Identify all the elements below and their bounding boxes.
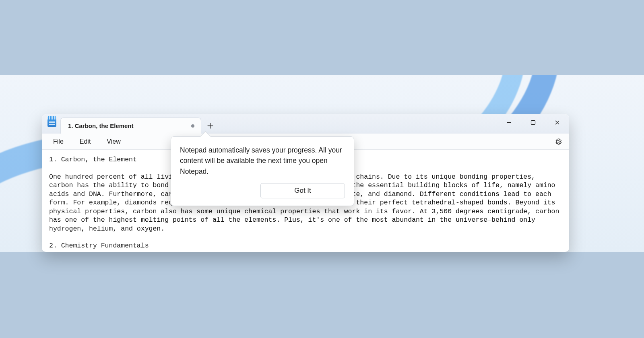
menu-view[interactable]: View <box>99 136 128 148</box>
menu-edit[interactable]: Edit <box>72 136 98 148</box>
notepad-app-icon <box>47 116 56 127</box>
close-icon <box>555 120 560 125</box>
got-it-button[interactable]: Got It <box>260 183 345 198</box>
minimize-button[interactable] <box>497 114 521 130</box>
window-controls <box>497 114 569 130</box>
new-tab-button[interactable] <box>201 117 219 134</box>
svg-rect-0 <box>531 120 535 124</box>
document-tab[interactable]: 1. Carbon, the Element <box>60 117 201 134</box>
titlebar: 1. Carbon, the Element <box>42 114 569 134</box>
minimize-icon <box>506 120 512 125</box>
settings-button[interactable] <box>552 136 564 147</box>
autosave-tooltip: Notepad automatically saves your progres… <box>171 136 354 206</box>
unsaved-indicator-icon <box>191 124 194 128</box>
gear-icon <box>553 137 562 146</box>
maximize-icon <box>530 120 536 125</box>
tab-title: 1. Carbon, the Element <box>68 122 186 129</box>
maximize-button[interactable] <box>521 114 545 130</box>
menu-file[interactable]: File <box>46 136 71 148</box>
plus-icon <box>207 122 214 129</box>
tooltip-text: Notepad automatically saves your progres… <box>180 145 345 177</box>
close-button[interactable] <box>545 114 569 130</box>
